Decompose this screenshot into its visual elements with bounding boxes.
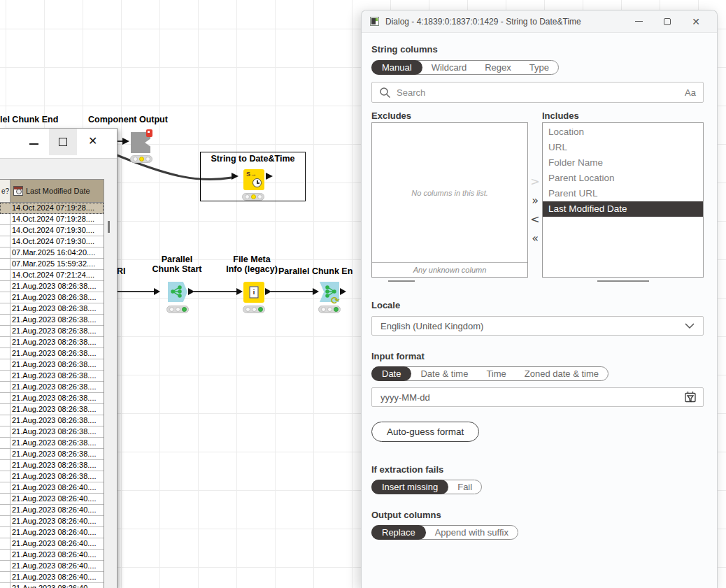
row-index-cell: [0, 225, 10, 236]
move-left-button[interactable]: <: [530, 214, 539, 225]
list-item[interactable]: URL: [543, 140, 703, 155]
table-row[interactable]: 07.Mar.2025 16:04:20....: [0, 248, 104, 259]
date-cell: 21.Aug.2023 08:26:38....: [10, 359, 104, 370]
table-row[interactable]: 21.Aug.2023 08:26:40....: [0, 505, 104, 516]
table-row[interactable]: 21.Aug.2023 08:26:40....: [0, 561, 104, 572]
mode-manual[interactable]: Manual: [371, 60, 422, 75]
case-sensitive-toggle[interactable]: Aa: [685, 87, 696, 98]
option-replace[interactable]: Replace: [371, 525, 426, 540]
includes-resize-handle[interactable]: [597, 280, 649, 282]
string-to-datetime-node[interactable]: S→: [243, 169, 264, 190]
document-icon: i: [250, 287, 259, 299]
table-row[interactable]: 14.Oct.2024 07:19:30....: [0, 236, 104, 248]
tab-zoned-date-time[interactable]: Zoned date & time: [515, 367, 608, 380]
table-row[interactable]: 21.Aug.2023 08:26:40....: [0, 550, 104, 561]
table-row[interactable]: 21.Aug.2023 08:26:40....: [0, 538, 104, 550]
includes-listbox[interactable]: LocationURLFolder NameParent LocationPar…: [542, 122, 704, 278]
tab-date[interactable]: Date: [371, 366, 411, 381]
table-row[interactable]: 21.Aug.2023 08:26:38....: [0, 460, 104, 471]
list-item[interactable]: Location: [543, 124, 703, 140]
table-row[interactable]: 21.Aug.2023 08:26:38....: [0, 404, 104, 415]
excludes-resize-handle[interactable]: [388, 280, 415, 282]
node-label-parallel-chunk-start: Parallel Chunk Start: [137, 254, 217, 274]
table-row[interactable]: 21.Aug.2023 08:26:38....: [0, 393, 104, 404]
search-field[interactable]: Aa: [371, 82, 704, 103]
table-row[interactable]: 21.Aug.2023 08:26:38....: [0, 281, 104, 292]
table-row[interactable]: 21.Aug.2023 08:26:38....: [0, 359, 104, 371]
table-row[interactable]: 21.Aug.2023 08:26:38....: [0, 415, 104, 426]
table-row[interactable]: 07.Mar.2025 15:59:32....: [0, 259, 104, 270]
table-row[interactable]: 21.Aug.2023 08:26:40....: [0, 583, 104, 588]
table-row[interactable]: 14.Oct.2024 07:19:30....: [0, 225, 104, 236]
list-item[interactable]: Folder Name: [543, 155, 703, 171]
list-item[interactable]: Parent URL: [543, 186, 703, 201]
table-row[interactable]: 21.Aug.2023 08:26:38....: [0, 337, 104, 348]
tab-time[interactable]: Time: [477, 367, 515, 380]
option-fail[interactable]: Fail: [448, 480, 481, 494]
table-row[interactable]: 21.Aug.2023 08:26:38....: [0, 315, 104, 326]
tab-date-time[interactable]: Date & time: [411, 367, 477, 380]
table-row[interactable]: 21.Aug.2023 08:26:40....: [0, 482, 104, 494]
table-row[interactable]: 21.Aug.2023 08:26:38....: [0, 371, 104, 382]
row-index-cell: [0, 337, 10, 347]
table-row[interactable]: 14.Oct.2024 07:19:28....: [0, 203, 104, 214]
status-dot: [176, 307, 180, 312]
table-row[interactable]: 14.Oct.2024 07:21:24....: [0, 270, 104, 281]
table-row[interactable]: 21.Aug.2023 08:26:40....: [0, 527, 104, 538]
maximize-button[interactable]: [49, 129, 77, 155]
mode-regex[interactable]: Regex: [476, 61, 520, 74]
table-row[interactable]: 21.Aug.2023 08:26:38....: [0, 382, 104, 393]
format-pattern-field[interactable]: [371, 387, 704, 407]
table-row[interactable]: 21.Aug.2023 08:26:38....: [0, 326, 104, 337]
calendar-filter-icon[interactable]: [683, 390, 697, 404]
format-pattern-input[interactable]: [380, 392, 683, 403]
status-dot: [133, 157, 138, 162]
status-dot-yellow: [139, 157, 144, 162]
table-row[interactable]: 21.Aug.2023 08:26:38....: [0, 303, 104, 315]
list-item[interactable]: Last Modified Date: [543, 201, 703, 217]
table-row[interactable]: 21.Aug.2023 08:26:38....: [0, 348, 104, 359]
string-to-datetime-status: [242, 193, 264, 201]
excludes-list[interactable]: No columns in this list. Any unknown col…: [371, 122, 528, 278]
search-input[interactable]: [397, 87, 679, 98]
output-columns-label: Output columns: [371, 510, 704, 520]
row-index-cell: [0, 315, 10, 325]
option-append-suffix[interactable]: Append with suffix: [426, 526, 518, 539]
table-row[interactable]: 21.Aug.2023 08:26:38....: [0, 426, 104, 438]
move-right-button[interactable]: >: [530, 176, 539, 187]
mode-wildcard[interactable]: Wildcard: [422, 61, 476, 74]
date-cell: 07.Mar.2025 16:04:20....: [10, 248, 104, 258]
component-output-node[interactable]: [131, 132, 150, 153]
table-row[interactable]: 21.Aug.2023 08:26:40....: [0, 572, 104, 583]
table-row[interactable]: 21.Aug.2023 08:26:40....: [0, 494, 104, 505]
table-row[interactable]: 21.Aug.2023 08:26:38....: [0, 471, 104, 482]
close-icon[interactable]: ✕: [88, 134, 97, 148]
close-icon[interactable]: ✕: [692, 17, 700, 27]
mode-type[interactable]: Type: [520, 61, 558, 74]
move-all-right-button[interactable]: »: [532, 195, 539, 206]
maximize-icon[interactable]: [664, 18, 671, 25]
move-all-left-button[interactable]: «: [532, 233, 539, 244]
table-window-titlebar[interactable]: ✕: [0, 129, 117, 159]
minimize-icon[interactable]: [29, 143, 38, 145]
dialog-titlebar[interactable]: Dialog - 4:1839:0:1837:0:1429 - String t…: [362, 10, 717, 33]
table-header: e? Last Modified Date: [0, 180, 104, 203]
table-row[interactable]: 21.Aug.2023 08:26:38....: [0, 292, 104, 303]
string-columns-label: String columns: [371, 44, 704, 55]
locale-select[interactable]: English (United Kingdom): [371, 316, 704, 336]
node-label-uri-partial: RI: [117, 266, 126, 276]
auto-guess-format-button[interactable]: Auto-guess format: [371, 422, 479, 442]
status-dot: [245, 307, 250, 312]
list-item[interactable]: Parent Location: [543, 171, 703, 186]
scrollbar-thumb[interactable]: [108, 221, 110, 233]
option-insert-missing[interactable]: Insert missing: [371, 480, 448, 494]
minimize-icon[interactable]: [635, 21, 643, 22]
excludes-empty-message: No columns in this list.: [372, 123, 527, 262]
table-row[interactable]: 14.Oct.2024 07:19:28....: [0, 214, 104, 225]
table-row[interactable]: 21.Aug.2023 08:26:38....: [0, 438, 104, 449]
file-meta-info-node[interactable]: i: [243, 282, 264, 303]
table-row[interactable]: 21.Aug.2023 08:26:38....: [0, 449, 104, 460]
header-cell-last-modified-date[interactable]: Last Modified Date: [10, 180, 104, 202]
table-row[interactable]: 21.Aug.2023 08:26:40....: [0, 516, 104, 527]
header-cell-partial[interactable]: e?: [0, 180, 10, 202]
